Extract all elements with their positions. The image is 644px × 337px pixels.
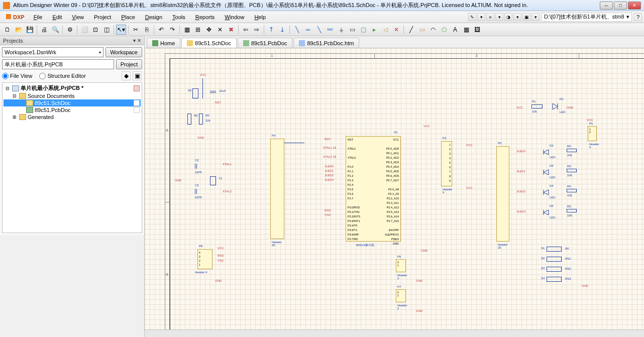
tb-rect[interactable]: ▭ [417,25,427,35]
tb-copy[interactable]: ⎘ [142,25,152,35]
gnd-p7: GND [416,309,422,312]
tb-line[interactable]: ╱ [406,25,416,35]
tb-port[interactable]: ◁ [380,25,390,35]
help-icon[interactable]: ? [634,13,642,21]
panel-opt1-icon[interactable]: ◆ [122,71,131,80]
tb-sheetent[interactable]: ▸ [369,25,379,35]
tb-grid[interactable]: ▦ [182,25,192,35]
menu-help[interactable]: Help [249,14,271,20]
tb-zoom-fit[interactable]: ⊡ [90,25,100,35]
menu-tools[interactable]: Tools [167,14,190,20]
path-combo[interactable]: D:\[07]技术创新\51单片机、stm8▾ [542,13,632,22]
tb-back[interactable]: ⇦ [241,25,251,35]
tree-collapse-icon[interactable]: ⊟ [12,93,18,98]
tab-home-label: Home [160,40,175,46]
tool-icon-8[interactable]: ▾ [531,13,540,21]
tb-save[interactable]: 💾 [25,25,35,35]
menu-window[interactable]: Window [220,14,249,20]
project-combo[interactable]: 单片机最小系统.PrjPCB [2,59,114,69]
tool-icon-2[interactable]: ▾ [477,13,485,21]
tree-schdoc[interactable]: 89c51.SchDoc [4,99,141,106]
tb-zoom-sel[interactable]: ◫ [101,25,112,35]
header-p7: P721Header 2 [396,289,406,302]
dxp-menu[interactable]: DXP [2,14,29,20]
panel-pin-icon[interactable]: ▾ ✕ [133,38,141,43]
tb-sheet[interactable]: ▢ [358,25,368,35]
tb-align[interactable]: ⊞ [193,25,203,35]
tb-preview[interactable]: 🔍 [50,25,60,35]
tb-undo[interactable]: ↶ [156,25,166,35]
res-r5b: R510k [567,209,577,212]
tb-img[interactable]: 🖼 [472,25,482,35]
tool-icon-3[interactable]: ≡ [486,13,494,21]
structure-radio[interactable]: Structure Editor [39,73,85,79]
horizontal-scrollbar[interactable] [145,329,644,337]
tab-pcbdoc[interactable]: 89c51.PcbDoc [238,38,293,48]
tb-new[interactable]: 🗋 [3,25,13,35]
menu-reports[interactable]: Reports [190,14,220,20]
tb-text[interactable]: A [450,25,460,35]
menu-file[interactable]: File [29,14,48,20]
menu-view[interactable]: View [67,14,89,20]
tb-noERC[interactable]: ✕ [391,25,401,35]
tb-netlabel[interactable]: Net [325,25,335,35]
menu-design[interactable]: Design [140,14,167,20]
project-button[interactable]: Project [116,59,142,69]
minimize-button[interactable]: ─ [600,2,613,10]
ruler-top: 1 2 3 4 [170,53,644,58]
tree-source-docs[interactable]: ⊟ Source Documents [4,92,141,99]
schematic-canvas[interactable]: 1 2 3 4 A B C VCC 10uF S5 [145,48,644,329]
tb-poly[interactable]: ⬠ [439,25,449,35]
workspace-button[interactable]: Workspace [105,47,142,57]
tb-array[interactable]: ▦ [461,25,471,35]
tree-collapse-icon[interactable]: ⊟ [5,86,11,91]
tool-icon-5[interactable]: ◑ [504,13,512,21]
tb-move[interactable]: ✥ [204,25,214,35]
tb-bus[interactable]: ═ [303,25,313,35]
tree-pcbdoc[interactable]: 89c51.PcbDoc [4,106,141,114]
tb-zoom-area[interactable]: ⬜ [79,25,89,35]
tb-print[interactable]: 🖨 [39,25,49,35]
panel-opt2-icon[interactable]: ▣ [133,71,142,80]
ruler-1: 1 [170,53,375,58]
tb-hier-up[interactable]: ⤒ [266,25,276,35]
tb-part[interactable]: ▭ [347,25,357,35]
tool-icon-6[interactable]: ▾ [513,13,521,21]
tb-hier-dn[interactable]: ⤓ [277,25,287,35]
menu-place[interactable]: Place [116,14,140,20]
tree-root[interactable]: ⊟ 单片机最小系统.PrjPCB * [4,84,141,92]
tb-cross[interactable]: ✕ [215,25,225,35]
workspace-combo-text: Workspace1.DsnWrk [5,49,56,55]
tb-fwd[interactable]: ⇨ [252,25,262,35]
tool-icon-1[interactable]: ✎ [468,13,476,21]
tb-wire[interactable]: ╲ [292,25,302,35]
pcb-icon [243,40,249,46]
fileview-radio[interactable]: File View [2,73,32,79]
svg-marker-0 [553,103,558,109]
close-button[interactable]: ✕ [628,2,641,10]
tb-open[interactable]: 📂 [14,25,24,35]
menu-edit[interactable]: Edit [47,14,67,20]
tool-icon-7[interactable]: ▣ [522,13,530,21]
project-tree[interactable]: ⊟ 单片机最小系统.PrjPCB * ⊟ Source Documents 89… [2,82,142,233]
tab-schdoc[interactable]: 89c51.SchDoc [181,38,237,48]
tb-busent[interactable]: ╲ [314,25,324,35]
maximize-button[interactable]: □ [614,2,627,10]
tree-expand-icon[interactable]: ⊞ [12,115,18,120]
tb-delete[interactable]: ✖ [226,25,236,35]
tb-cut[interactable]: ✂ [131,25,141,35]
tool-icon-4[interactable]: ▾ [495,13,503,21]
xtal2-net: XTAL2 [223,190,232,193]
tree-generated[interactable]: ⊞ Generated [4,114,141,121]
ic-u1: U1 RSTXTAL1XTAL2P1.0P1.1P1.2P1.3P1.4P1.5… [346,136,401,242]
workspace-combo[interactable]: Workspace1.DsnWrk ▾ [2,47,103,57]
menu-project[interactable]: Project [89,14,116,20]
tb-compile[interactable]: ⚙ [65,25,75,35]
tb-redo[interactable]: ↷ [167,25,177,35]
tb-arc[interactable]: ◠ [428,25,438,35]
tb-cursor[interactable]: ↖▾ [116,25,126,35]
tb-power[interactable]: ⏚ [336,25,346,35]
tab-home[interactable]: Home [147,38,180,48]
gnd-net: GND [197,136,204,139]
tab-htm[interactable]: 89c51.PcbDoc.htm [293,38,359,48]
